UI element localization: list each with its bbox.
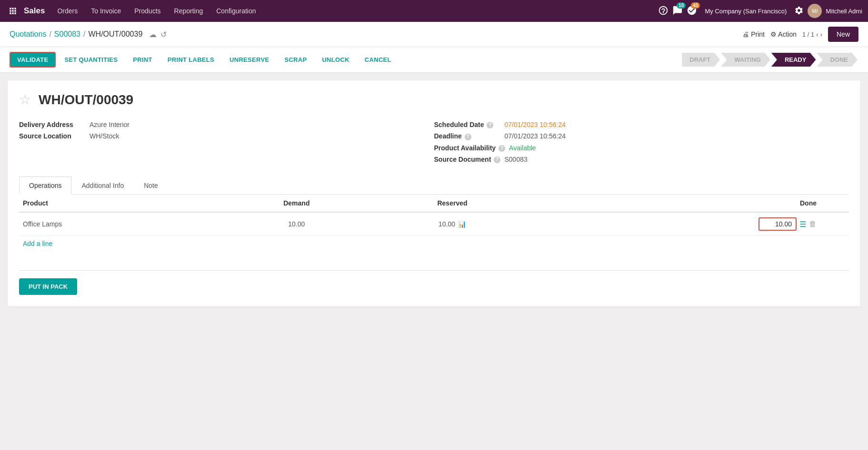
col-done: Done [534,195,820,212]
product-availability-help[interactable]: ? [499,145,505,152]
bc-s00083[interactable]: S00083 [54,30,80,39]
source-document-help[interactable]: ? [494,157,500,163]
unreserve-button[interactable]: UNRESERVE [223,53,276,67]
status-waiting[interactable]: WAITING [721,53,770,67]
status-ready[interactable]: READY [771,53,816,67]
delivery-address-value: Azure Interior [90,121,130,128]
product-availability-value: Available [509,144,536,152]
form-header: ☆ WH/OUT/00039 [19,92,849,108]
product-availability-field: Product Availability ? Available [434,142,849,154]
chat-badge: 10 [677,2,686,9]
tab-note[interactable]: Note [134,176,168,195]
print-button-toolbar[interactable]: PRINT [126,53,159,67]
done-input[interactable] [758,217,797,231]
bc-current: WH/OUT/00039 [88,30,142,39]
support-icon[interactable] [658,5,668,17]
chat-icon[interactable]: 10 [672,5,683,17]
bc-sep2: / [83,30,85,39]
status-pipeline: DRAFT WAITING READY DONE [682,53,858,67]
status-draft[interactable]: DRAFT [682,53,720,67]
tab-operations[interactable]: Operations [19,176,71,195]
form-card: ☆ WH/OUT/00039 Delivery Address Azure In… [8,80,860,306]
scheduled-date-help[interactable]: ? [487,122,493,128]
table-row: Office Lamps 10.00 10.00 📊 ☰ 🗑 [19,212,849,236]
source-location-value: WH/Stock [90,132,119,140]
status-done[interactable]: DONE [817,53,858,67]
form-title: WH/OUT/00039 [39,92,133,108]
reserved-value: 10.00 📊 [370,212,534,236]
scheduled-date-field: Scheduled Date ? 07/01/2023 10:56:24 [434,119,849,130]
reset-icon[interactable]: ↺ [160,30,167,39]
nav-orders[interactable]: Orders [51,4,83,18]
nav-reporting[interactable]: Reporting [169,4,209,18]
top-nav: Sales Orders To Invoice Products Reporti… [0,0,868,22]
new-button[interactable]: New [828,27,858,42]
tab-additional-info[interactable]: Additional Info [71,176,134,195]
print-labels-button[interactable]: PRINT LABELS [161,53,221,67]
product-name: Office Lamps [19,212,223,236]
action-button[interactable]: ⚙ Action [770,30,797,38]
col-product: Product [19,195,223,212]
form-fields: Delivery Address Azure Interior Source L… [19,119,849,165]
main-content: ☆ WH/OUT/00039 Delivery Address Azure In… [0,73,868,450]
deadline-value: 07/01/2023 10:56:24 [505,132,566,140]
activity-badge: 45 [691,2,700,9]
deadline-label: Deadline ? [434,132,501,140]
company-name: My Company (San Francisco) [705,8,787,15]
delivery-address-field: Delivery Address Azure Interior [19,119,434,130]
demand-value: 10.00 [223,212,370,236]
settings-icon[interactable] [794,6,804,17]
source-location-label: Source Location [19,132,86,140]
bc-sep1: / [49,30,51,39]
user-avatar[interactable]: MI [808,4,822,18]
scheduled-date-label: Scheduled Date ? [434,121,501,128]
user-name: Mitchell Admi [826,8,862,15]
unlock-button[interactable]: UNLOCK [315,53,356,67]
detail-list-icon[interactable]: ☰ [799,220,806,229]
stock-chart-icon[interactable]: 📊 [458,220,466,228]
brand-name: Sales [24,6,45,16]
cancel-button[interactable]: CANCEL [358,53,398,67]
col-demand: Demand [223,195,370,212]
deadline-help[interactable]: ? [465,134,471,140]
nav-products[interactable]: Products [129,4,166,18]
apps-icon[interactable] [6,4,20,18]
next-arrow[interactable]: › [820,31,822,38]
print-button[interactable]: 🖨 Print [742,30,765,38]
activity-icon[interactable]: 45 [687,5,697,17]
deadline-field: Deadline ? 07/01/2023 10:56:24 [434,130,849,142]
source-document-value: S00083 [505,156,528,163]
scrap-button[interactable]: SCRAP [278,53,313,67]
source-document-label: Source Document ? [434,156,501,163]
set-quantities-button[interactable]: SET QUANTITIES [58,53,124,67]
delivery-address-label: Delivery Address [19,121,86,128]
operations-table: Product Demand Reserved Done Office Lamp… [19,195,849,236]
nav-to-invoice[interactable]: To Invoice [85,4,127,18]
validate-button[interactable]: VALIDATE [10,52,56,68]
tabs: Operations Additional Info Note [19,176,849,195]
col-reserved: Reserved [370,195,534,212]
source-location-field: Source Location WH/Stock [19,130,434,142]
source-document-field: Source Document ? S00083 [434,154,849,165]
done-cell: ☰ 🗑 [534,212,820,236]
breadcrumb-bar: Quotations / S00083 / WH/OUT/00039 ☁ ↺ 🖨… [0,22,868,47]
scheduled-date-value: 07/01/2023 10:56:24 [505,121,566,128]
add-line-link[interactable]: Add a line [19,236,56,251]
product-availability-label: Product Availability ? [434,144,506,152]
favorite-icon[interactable]: ☆ [19,92,31,108]
action-toolbar: VALIDATE SET QUANTITIES PRINT PRINT LABE… [0,47,868,73]
delete-row-icon[interactable]: 🗑 [809,220,817,228]
nav-configuration[interactable]: Configuration [210,4,261,18]
bc-quotations[interactable]: Quotations [10,30,46,39]
nav-count: 1 / 1 [802,31,814,38]
nav-arrows: 1 / 1 ‹ › [802,31,822,38]
put-in-pack-button[interactable]: PUT IN PACK [19,278,77,295]
cloud-upload-icon[interactable]: ☁ [149,30,157,39]
prev-arrow[interactable]: ‹ [816,31,818,38]
